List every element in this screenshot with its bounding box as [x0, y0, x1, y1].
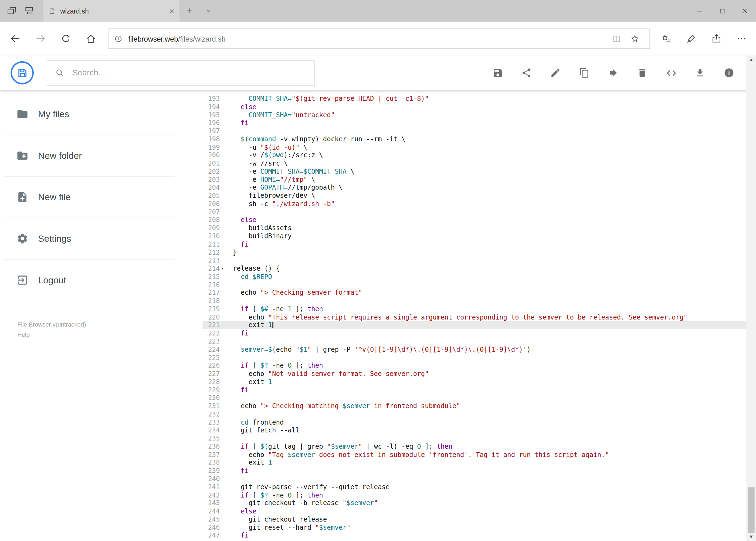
code-line[interactable]: 241 git rev-parse --verify --quiet relea… — [202, 483, 756, 491]
edit-button[interactable] — [541, 61, 570, 85]
code-line[interactable]: 210 buildBinary — [202, 232, 756, 240]
code-line[interactable]: 233 cd frontend — [202, 418, 756, 426]
code-line[interactable]: 229 fi — [202, 386, 756, 394]
code-line[interactable]: 222 fi — [202, 329, 756, 337]
search-box[interactable] — [47, 60, 315, 86]
delete-button[interactable] — [628, 61, 657, 85]
code-line[interactable]: 209 buildAssets — [202, 224, 756, 232]
maximize-button[interactable] — [711, 0, 733, 22]
browser-tab[interactable]: wizard.sh — [44, 0, 179, 22]
window-close-button[interactable] — [733, 0, 756, 22]
tab-list-chevron-icon[interactable] — [199, 0, 218, 22]
address-bar[interactable]: filebrowser.web/files/wizard.sh — [108, 28, 650, 49]
code-line[interactable]: 196 fi — [202, 119, 756, 127]
code-line[interactable]: 245 git checkout release — [202, 515, 756, 523]
code-line[interactable]: 234 git fetch --all — [202, 426, 756, 434]
reading-view-icon[interactable] — [607, 29, 626, 48]
scroll-up-icon[interactable]: ▲ — [746, 55, 756, 64]
copy-button[interactable] — [570, 61, 599, 85]
code-line[interactable]: 199 -u "$(id -u)" \ — [202, 143, 756, 151]
sidebar-item-settings[interactable]: Settings — [0, 218, 202, 259]
share-page-icon[interactable] — [704, 26, 729, 51]
code-line[interactable]: 224 semver=$(echo "$1" | grep -P '^v(0|[… — [202, 345, 756, 353]
code-line[interactable]: 202 -e COMMIT_SHA=$COMMIT_SHA \ — [202, 168, 756, 176]
hub-favorites-icon[interactable] — [654, 26, 679, 51]
code-line[interactable]: 198 $(command -v winpty) docker run --rm… — [202, 135, 756, 143]
code-line[interactable]: 246 git reset --hard "$semver" — [202, 523, 756, 531]
code-line[interactable]: 204 -e GOPATH=//tmp/gopath \ — [202, 184, 756, 192]
ink-notes-icon[interactable] — [679, 26, 704, 51]
code-line[interactable]: 213 — [202, 256, 756, 265]
code-line[interactable]: 215 cd $REPO — [202, 272, 756, 280]
forward-button[interactable] — [28, 26, 53, 51]
code-line[interactable]: 243 git checkout -b release "$semver" — [202, 499, 756, 507]
scrollbar-thumb[interactable] — [748, 487, 755, 533]
code-line[interactable]: 205 filebrowser/dev \ — [202, 192, 756, 200]
code-line[interactable]: 218 — [202, 297, 756, 305]
code-line[interactable]: 220 echo "This release script requires a… — [202, 313, 756, 321]
code-line[interactable]: 216 — [202, 280, 756, 289]
code-line[interactable]: 225 — [202, 353, 756, 362]
page-scrollbar[interactable]: ▲ ▼ — [746, 55, 756, 541]
favorite-star-icon[interactable] — [626, 29, 644, 48]
code-line[interactable]: 231 echo "> Checking matching $semver in… — [202, 402, 756, 410]
code-view-button[interactable] — [657, 61, 685, 85]
code-line[interactable]: 240 — [202, 475, 756, 483]
more-options-icon[interactable] — [729, 26, 754, 51]
code-line[interactable]: 193 COMMIT_SHA="$(git rev-parse HEAD | c… — [202, 95, 756, 103]
code-line[interactable]: 223 — [202, 337, 756, 345]
code-line[interactable]: 221 exit 1 — [202, 321, 756, 329]
code-line[interactable]: 242 if [ $? -ne 0 ]; then — [202, 491, 756, 499]
code-line[interactable]: 236 if [ $(git tag | grep "$semver" | wc… — [202, 442, 756, 450]
tab-preview-icon[interactable] — [3, 0, 20, 22]
code-line[interactable]: 194 else — [202, 103, 756, 111]
code-line[interactable]: 230 — [202, 394, 756, 402]
code-line[interactable]: 219 if [ $# -ne 1 ]; then — [202, 305, 756, 313]
code-line[interactable]: 206 sh -c "./wizard.sh -b" — [202, 200, 756, 208]
code-line[interactable]: 244 else — [202, 507, 756, 515]
code-line[interactable]: 195 COMMIT_SHA="untracked" — [202, 111, 756, 119]
code-line[interactable]: 226 if [ $? -ne 0 ]; then — [202, 361, 756, 369]
info-button[interactable] — [714, 61, 743, 85]
sidebar-item-my-files[interactable]: My files — [0, 94, 202, 135]
help-link[interactable]: Help — [17, 330, 202, 340]
code-line[interactable]: 207 — [202, 208, 756, 216]
code-line[interactable]: 238 exit 1 — [202, 459, 756, 467]
code-line[interactable]: 208 else — [202, 216, 756, 224]
sidebar-item-new-folder[interactable]: New folder — [0, 135, 202, 176]
site-info-icon[interactable] — [114, 35, 122, 43]
code-line[interactable]: 247 fi — [202, 531, 756, 539]
code-line[interactable]: 211 fi — [202, 240, 756, 248]
code-line[interactable]: 201 -w //src \ — [202, 159, 756, 168]
scroll-down-icon[interactable]: ▼ — [746, 533, 756, 541]
filebrowser-logo-icon[interactable] — [11, 61, 34, 85]
code-line[interactable]: 237 echo "Tag $semver does not exist in … — [202, 450, 756, 459]
share-button[interactable] — [512, 61, 541, 85]
code-line[interactable]: 214▾release () { — [202, 265, 756, 272]
code-line[interactable]: 200 -v /$(pwd):/src:z \ — [202, 151, 756, 159]
code-line[interactable]: 197 — [202, 127, 756, 135]
fold-arrow-icon[interactable]: ▾ — [220, 265, 225, 272]
code-line[interactable]: 203 -e HOME="//tmp" \ — [202, 176, 756, 184]
new-tab-button[interactable] — [179, 0, 199, 22]
tab-close-icon[interactable] — [169, 8, 174, 14]
url-text[interactable]: filebrowser.web/files/wizard.sh — [128, 35, 225, 43]
code-line[interactable]: 232 — [202, 410, 756, 418]
code-line[interactable]: 239 fi — [202, 467, 756, 475]
home-button[interactable] — [78, 26, 103, 51]
move-button[interactable] — [599, 61, 628, 85]
save-button[interactable] — [483, 61, 512, 85]
set-tabs-aside-icon[interactable] — [20, 0, 38, 22]
code-line[interactable]: 235 — [202, 434, 756, 442]
code-line[interactable]: 228 exit 1 — [202, 377, 756, 386]
refresh-button[interactable] — [53, 26, 78, 51]
sidebar-item-logout[interactable]: Logout — [0, 260, 202, 300]
sidebar-item-new-file[interactable]: New file — [0, 177, 202, 218]
download-button[interactable] — [685, 61, 714, 85]
minimize-button[interactable] — [688, 0, 711, 22]
code-line[interactable]: 227 echo "Not valid semver format. See s… — [202, 369, 756, 377]
code-editor[interactable]: 193 COMMIT_SHA="$(git rev-parse HEAD | c… — [202, 90, 756, 541]
back-button[interactable] — [3, 26, 28, 51]
code-line[interactable]: 212} — [202, 248, 756, 256]
search-input[interactable] — [71, 68, 314, 78]
